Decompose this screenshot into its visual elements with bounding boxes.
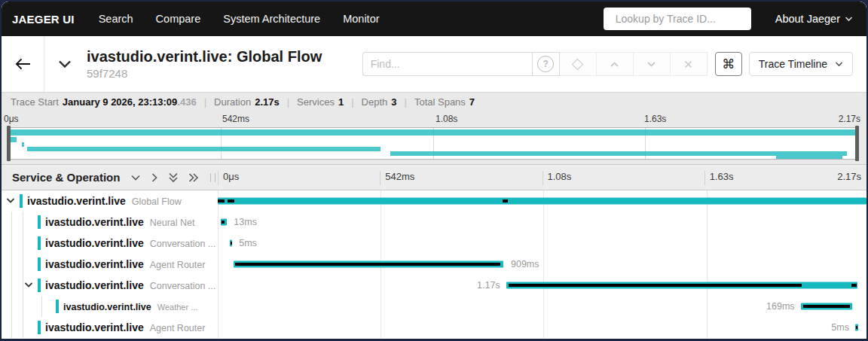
- find-input[interactable]: [362, 52, 532, 76]
- nav-link-compare[interactable]: Compare: [156, 13, 201, 25]
- depth-label: Depth: [362, 96, 388, 108]
- ruler-tick: 2.17s: [839, 114, 860, 124]
- clear-search-button[interactable]: [671, 52, 708, 76]
- collapse-trace-header-button[interactable]: [44, 36, 85, 92]
- focus-span-button[interactable]: [560, 52, 597, 76]
- critical-path-segment: [509, 284, 802, 287]
- services-value: 1: [338, 96, 344, 108]
- span-row[interactable]: ivastudio.verint.liveGlobal Flow: [2, 190, 866, 212]
- minimap-span-bar: [22, 142, 24, 147]
- trace-minimap[interactable]: [8, 127, 858, 160]
- chevron-down-icon: [130, 174, 141, 181]
- collapse-all-button[interactable]: [168, 172, 179, 183]
- span-table-header: Service & Operation 0μs 542ms 1.08s 1.63…: [2, 164, 866, 190]
- chevron-down-icon: [646, 61, 656, 68]
- trace-start-value: January 9 2026, 23:13:09: [63, 96, 178, 108]
- trace-title: ivastudio.verint.live: Global Flow: [87, 48, 322, 65]
- nav-link-search[interactable]: Search: [99, 13, 133, 25]
- find-help-button[interactable]: ?: [532, 52, 560, 76]
- span-row[interactable]: ivastudio.verint.liveConversation ...1.1…: [2, 275, 866, 296]
- critical-path-segment: [851, 284, 857, 287]
- span-timeline-track: 169ms: [218, 296, 866, 317]
- span-row[interactable]: ivastudio.verint.liveConversation ...5ms: [2, 233, 866, 254]
- timeline-tick: 2.17s: [837, 171, 861, 182]
- trace-lookup-box[interactable]: [604, 8, 751, 30]
- trace-lookup-input[interactable]: [614, 12, 753, 26]
- span-duration-label: 909ms: [511, 259, 539, 269]
- total-spans-label: Total Spans: [414, 96, 466, 108]
- top-nav: JAEGER UI Search Compare System Architec…: [2, 2, 866, 36]
- chevron-down-icon: [845, 16, 853, 22]
- duration-label: Duration: [214, 96, 251, 108]
- minimap-span-bar: [8, 129, 857, 135]
- keyboard-shortcuts-button[interactable]: ⌘: [715, 52, 742, 76]
- service-operation-header-cell: Service & Operation: [2, 165, 218, 190]
- collapse-one-level-button[interactable]: [130, 174, 141, 181]
- span-row[interactable]: ivastudio.verint.liveNeural Net13ms: [2, 212, 866, 233]
- chevron-up-icon: [610, 61, 619, 68]
- critical-path-segment: [231, 242, 232, 245]
- span-name-cell[interactable]: ivastudio.verint.liveConversation ...: [2, 233, 218, 254]
- span-expander-icon[interactable]: [6, 198, 15, 205]
- critical-path-segment: [235, 263, 500, 266]
- total-spans-value: 7: [469, 96, 475, 108]
- minimap-span-bar: [776, 156, 842, 160]
- span-expander-icon[interactable]: [24, 282, 33, 289]
- minimap-span-bar: [27, 147, 381, 151]
- span-name-cell[interactable]: ivastudio.verint.liveAgent Router: [2, 317, 218, 338]
- span-name-cell[interactable]: ivastudio.verint.liveWeather ...: [2, 296, 218, 317]
- timeline-tick: 542ms: [380, 171, 414, 185]
- back-arrow-icon: [15, 57, 31, 71]
- critical-path-segment: [856, 326, 857, 329]
- span-operation-name: Global Flow: [132, 196, 182, 207]
- minimap-left-drag-handle[interactable]: [7, 126, 11, 161]
- timeline-header: 0μs 542ms 1.08s 1.63s 2.17s: [218, 165, 866, 190]
- span-operation-name: Neural Net: [150, 218, 195, 228]
- service-operation-title: Service & Operation: [12, 171, 120, 184]
- about-jaeger-menu[interactable]: About Jaeger: [775, 13, 853, 25]
- span-color-bar: [56, 300, 59, 313]
- expand-one-level-button[interactable]: [151, 172, 158, 183]
- double-chevron-down-icon: [168, 172, 179, 183]
- span-color-bar: [38, 321, 41, 334]
- span-color-bar: [20, 194, 23, 208]
- critical-path-segment: [503, 199, 508, 202]
- ruler-tick: 542ms: [222, 114, 249, 124]
- span-timeline-track: 1.17s: [218, 275, 866, 296]
- span-name-cell[interactable]: ivastudio.verint.liveGlobal Flow: [2, 190, 218, 212]
- critical-path-segment: [222, 221, 225, 224]
- span-name-cell[interactable]: ivastudio.verint.liveConversation ...: [2, 275, 218, 296]
- prev-result-button[interactable]: [597, 52, 634, 76]
- span-operation-name: Agent Router: [150, 260, 206, 270]
- jaeger-app-window: JAEGER UI Search Compare System Architec…: [2, 2, 866, 339]
- column-resize-handle[interactable]: [210, 173, 215, 182]
- span-name-cell[interactable]: ivastudio.verint.liveNeural Net: [2, 212, 218, 233]
- critical-path-segment: [803, 305, 850, 308]
- span-row[interactable]: ivastudio.verint.liveWeather ...169ms: [2, 296, 866, 317]
- span-duration-label: 169ms: [766, 301, 795, 312]
- trace-view-select[interactable]: Trace Timeline: [749, 52, 853, 76]
- jaeger-logo[interactable]: JAEGER UI: [12, 13, 75, 26]
- span-row[interactable]: ivastudio.verint.liveAgent Router5ms: [2, 317, 866, 338]
- span-duration-label: 13ms: [234, 217, 257, 227]
- minimap-right-drag-handle[interactable]: [855, 126, 859, 161]
- span-service-name: ivastudio.verint.live: [45, 216, 144, 228]
- diamond-icon: [572, 58, 584, 70]
- span-service-name: ivastudio.verint.live: [45, 321, 144, 333]
- ruler-tick: 1.08s: [436, 114, 457, 124]
- span-bar[interactable]: [218, 198, 866, 205]
- span-row[interactable]: ivastudio.verint.liveAgent Router909ms: [2, 254, 866, 275]
- depth-value: 3: [391, 96, 396, 108]
- back-button[interactable]: [2, 36, 44, 92]
- span-service-name: ivastudio.verint.live: [27, 195, 126, 207]
- expand-all-button[interactable]: [188, 172, 199, 183]
- span-name-cell[interactable]: ivastudio.verint.liveAgent Router: [2, 254, 218, 275]
- nav-link-system-architecture[interactable]: System Architecture: [223, 13, 320, 25]
- span-rows: ivastudio.verint.liveGlobal Flowivastudi…: [2, 190, 866, 339]
- next-result-button[interactable]: [634, 52, 671, 76]
- nav-link-monitor[interactable]: Monitor: [343, 13, 379, 25]
- span-timeline-track: [218, 190, 866, 212]
- ruler-tick: 1.63s: [644, 114, 666, 124]
- ruler-tick: 0μs: [4, 114, 19, 124]
- timeline-tick: 1.08s: [542, 171, 572, 185]
